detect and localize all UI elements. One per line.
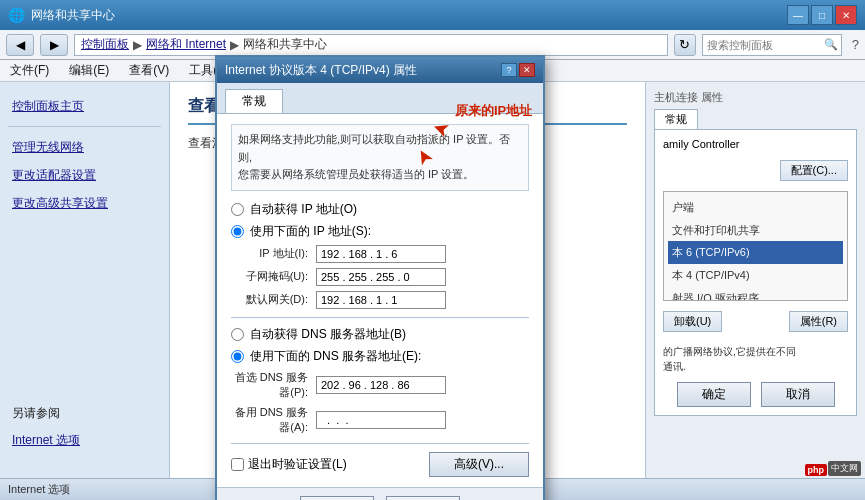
dialog-title-buttons: ? ✕ (501, 63, 535, 77)
breadcrumb-item-1[interactable]: 控制面板 (81, 36, 129, 53)
dialog-footer: 确定 取消 (217, 487, 543, 500)
dns-pref-field-row: 首选 DNS 服务器(P): (231, 370, 529, 400)
radio-auto-ip[interactable] (231, 203, 244, 216)
right-list-item-2: 文件和打印机共享 (668, 219, 843, 242)
breadcrumb-sep-1: ▶ (133, 38, 142, 52)
right-list-item-4: 本 4 (TCP/IPv4) (668, 264, 843, 287)
radio-manual-ip[interactable] (231, 225, 244, 238)
subnet-label: 子网掩码(U): (231, 269, 316, 284)
sidebar-item-adapter[interactable]: 更改适配器设置 (0, 161, 169, 189)
php-badge: php (805, 464, 828, 476)
menu-view[interactable]: 查看(V) (123, 60, 175, 81)
sidebar: 控制面板主页 管理无线网络 更改适配器设置 更改高级共享设置 另请参阅 Inte… (0, 82, 170, 500)
uninstall-button[interactable]: 卸载(U) (663, 311, 722, 332)
dialog-divider (231, 317, 529, 318)
gateway-field-row: 默认网关(D): (231, 291, 529, 309)
advanced-button[interactable]: 高级(V)... (429, 452, 529, 477)
dialog-divider-2 (231, 443, 529, 444)
subnet-input[interactable] (316, 268, 446, 286)
sidebar-divider-1 (8, 126, 161, 127)
right-list-item-3[interactable]: 本 6 (TCP/IPv6) (668, 241, 843, 264)
checkbox-row: 退出时验证设置(L) (231, 456, 347, 473)
radio-manual-dns-row: 使用下面的 DNS 服务器地址(E): (231, 348, 529, 365)
radio-auto-ip-row: 自动获得 IP 地址(O) (231, 201, 529, 218)
status-text: Internet 选项 (8, 482, 70, 497)
properties-button[interactable]: 属性(R) (789, 311, 848, 332)
refresh-button[interactable]: ↻ (674, 34, 696, 56)
dns-alt-field-row: 备用 DNS 服务器(A): (231, 405, 529, 435)
dialog-desc-line1: 如果网络支持此功能,则可以获取自动指派的 IP 设置。否则, (238, 133, 510, 163)
dialog-close-button[interactable]: ✕ (519, 63, 535, 77)
dialog-tab-general[interactable]: 常规 (225, 89, 283, 113)
chinese-web-badge: 中文网 (828, 461, 861, 476)
dialog-cancel-button[interactable]: 取消 (386, 496, 460, 500)
radio-auto-dns-row: 自动获得 DNS 服务器地址(B) (231, 326, 529, 343)
ip-label: IP 地址(I): (231, 246, 316, 261)
menu-edit[interactable]: 编辑(E) (63, 60, 115, 81)
title-controls: — □ ✕ (787, 5, 857, 25)
sidebar-item-internet[interactable]: Internet 选项 (0, 426, 169, 454)
sidebar-bottom: 另请参阅 Internet 选项 (0, 397, 169, 454)
right-list-item-1: 户端 (668, 196, 843, 219)
breadcrumb-item-2[interactable]: 网络和 Internet (146, 36, 226, 53)
search-input[interactable] (702, 34, 842, 56)
validate-checkbox[interactable] (231, 458, 244, 471)
forward-button[interactable]: ▶ (40, 34, 68, 56)
gateway-input[interactable] (316, 291, 446, 309)
right-config-wrap: 配置(C)... (663, 154, 848, 187)
dialog-tabs: 常规 (217, 83, 543, 114)
menu-file[interactable]: 文件(F) (4, 60, 55, 81)
close-button[interactable]: ✕ (835, 5, 857, 25)
dns-alt-label: 备用 DNS 服务器(A): (231, 405, 316, 435)
subnet-field-row: 子网掩码(U): (231, 268, 529, 286)
config-button[interactable]: 配置(C)... (780, 160, 848, 181)
right-panel-body: amily Controller 配置(C)... 户端 文件和打印机共享 本 … (654, 129, 857, 416)
breadcrumb: 控制面板 ▶ 网络和 Internet ▶ 网络和共享中心 (74, 34, 668, 56)
right-footer: 确定 取消 (663, 382, 848, 407)
right-buttons: 卸载(U) 属性(R) (663, 305, 848, 338)
radio-auto-dns-label: 自动获得 DNS 服务器地址(B) (250, 326, 406, 343)
dns-alt-input[interactable] (316, 411, 446, 429)
dialog-help-button[interactable]: ? (501, 63, 517, 77)
title-bar: 🌐 网络和共享中心 — □ ✕ (0, 0, 865, 30)
dialog-body: 如果网络支持此功能,则可以获取自动指派的 IP 设置。否则, 您需要从网络系统管… (217, 114, 543, 487)
main-dialog: Internet 协议版本 4 (TCP/IPv4) 属性 ? ✕ 常规 如果网… (215, 55, 545, 500)
right-panel: 主机连接 属性 常规 amily Controller 配置(C)... 户端 … (645, 82, 865, 500)
help-icon: ? (852, 37, 859, 52)
radio-auto-ip-label: 自动获得 IP 地址(O) (250, 201, 357, 218)
breadcrumb-item-3: 网络和共享中心 (243, 36, 327, 53)
ip-input[interactable] (316, 245, 446, 263)
right-desc: 的广播网络协议,它提供在不同通讯. (663, 344, 848, 374)
dialog-desc-line2: 您需要从网络系统管理员处获得适当的 IP 设置。 (238, 168, 474, 180)
dialog-ok-button[interactable]: 确定 (300, 496, 374, 500)
dns-pref-input[interactable] (316, 376, 446, 394)
radio-manual-ip-row: 使用下面的 IP 地址(S): (231, 223, 529, 240)
dialog-bottom-row: 退出时验证设置(L) 高级(V)... (231, 452, 529, 477)
ip-field-row: IP 地址(I): (231, 245, 529, 263)
radio-auto-dns[interactable] (231, 328, 244, 341)
right-panel-title: 主机连接 属性 (654, 90, 857, 105)
radio-manual-dns-label: 使用下面的 DNS 服务器地址(E): (250, 348, 421, 365)
back-button[interactable]: ◀ (6, 34, 34, 56)
maximize-button[interactable]: □ (811, 5, 833, 25)
radio-manual-dns[interactable] (231, 350, 244, 363)
main-window: 🌐 网络和共享中心 — □ ✕ ◀ ▶ 控制面板 ▶ 网络和 Internet … (0, 0, 865, 500)
dns-pref-label: 首选 DNS 服务器(P): (231, 370, 316, 400)
search-wrap: 🔍 (702, 34, 842, 56)
search-icon: 🔍 (824, 38, 838, 51)
right-cancel-button[interactable]: 取消 (761, 382, 835, 407)
gateway-label: 默认网关(D): (231, 292, 316, 307)
sidebar-item-wireless[interactable]: 管理无线网络 (0, 133, 169, 161)
breadcrumb-sep-2: ▶ (230, 38, 239, 52)
radio-manual-ip-label: 使用下面的 IP 地址(S): (250, 223, 371, 240)
sidebar-item-advanced[interactable]: 更改高级共享设置 (0, 189, 169, 217)
right-list: 户端 文件和打印机共享 本 6 (TCP/IPv6) 本 4 (TCP/IPv4… (663, 191, 848, 301)
dialog-titlebar: Internet 协议版本 4 (TCP/IPv4) 属性 ? ✕ (217, 57, 543, 83)
sidebar-item-home[interactable]: 控制面板主页 (0, 92, 169, 120)
right-controller: amily Controller (663, 138, 848, 150)
right-panel-tab[interactable]: 常规 (654, 109, 698, 129)
minimize-button[interactable]: — (787, 5, 809, 25)
right-list-item-5: 射器 I/O 驱动程序 (668, 287, 843, 301)
right-ok-button[interactable]: 确定 (677, 382, 751, 407)
dialog-description: 如果网络支持此功能,则可以获取自动指派的 IP 设置。否则, 您需要从网络系统管… (231, 124, 529, 191)
